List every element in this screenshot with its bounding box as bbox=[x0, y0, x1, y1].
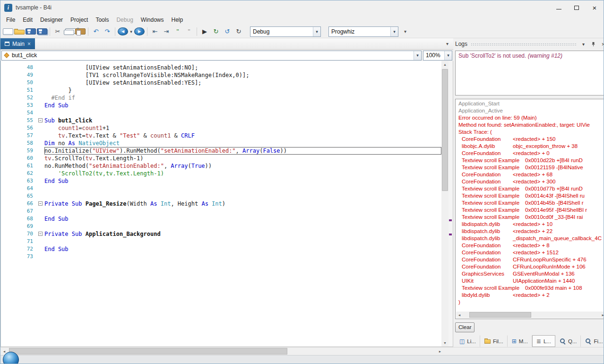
scrollbar-thumb[interactable] bbox=[442, 69, 448, 191]
toolbar-overflow-icon[interactable] bbox=[404, 29, 406, 34]
code-line[interactable]: 52 #End if bbox=[1, 94, 441, 102]
code-line[interactable]: 55−Sub but1_click bbox=[1, 117, 441, 124]
editor-vertical-scrollbar[interactable] bbox=[441, 61, 449, 347]
scroll-down-icon[interactable] bbox=[441, 339, 449, 347]
scrollbar-track[interactable] bbox=[463, 312, 600, 318]
save-all-icon[interactable] bbox=[37, 28, 47, 35]
clear-logs-button[interactable]: Clear bbox=[455, 322, 475, 332]
panel-tab-logs[interactable]: ≣L... bbox=[532, 335, 555, 347]
warnings-box[interactable]: Sub 'ScrollTo2' is not used. (warning #1… bbox=[455, 51, 604, 95]
pin-icon[interactable] bbox=[590, 40, 597, 48]
scrollbar-track[interactable] bbox=[441, 68, 449, 339]
chevron-down-icon[interactable] bbox=[313, 27, 320, 36]
menu-tools[interactable]: Tools bbox=[92, 15, 112, 25]
code-line[interactable]: 63End Sub bbox=[1, 177, 441, 185]
menu-edit[interactable]: Edit bbox=[19, 15, 36, 25]
scroll-up-icon[interactable] bbox=[441, 61, 449, 68]
code-line[interactable]: 54 bbox=[1, 109, 441, 117]
step-into-icon[interactable]: ↺ bbox=[222, 26, 233, 37]
paste-icon[interactable] bbox=[75, 28, 86, 35]
step-over-icon[interactable]: ↻ bbox=[211, 26, 221, 37]
copy-icon[interactable] bbox=[64, 30, 74, 35]
uncomment-icon[interactable]: '' bbox=[184, 26, 194, 37]
member-selector[interactable]: but1_click bbox=[1, 51, 422, 61]
code-editor[interactable]: 48 [UIView setAnimationsEnabled:NO];49 [… bbox=[0, 61, 453, 347]
code-line[interactable]: 61no.RunMethod("setAnimationEnabled:", A… bbox=[1, 162, 441, 170]
log-viewer[interactable]: Application_StartApplication_ActiveError… bbox=[455, 99, 604, 319]
code-line[interactable]: 56 count1=count1+1 bbox=[1, 124, 441, 132]
code-line[interactable]: 50 [UIView setAnimationsEnabled:YES]; bbox=[1, 79, 441, 87]
code-line[interactable]: 51 } bbox=[1, 87, 441, 94]
code-line[interactable]: 67 bbox=[1, 208, 441, 215]
panel-tab-quick-search[interactable]: Q... bbox=[555, 335, 581, 347]
close-button[interactable] bbox=[586, 0, 604, 15]
nav-forward-icon[interactable]: ▶ bbox=[134, 27, 145, 35]
code-line[interactable]: 62 'ScrollTo2(tv,tv.Text.Length-1) bbox=[1, 170, 441, 177]
open-project-icon[interactable] bbox=[14, 30, 25, 35]
panel-close-icon[interactable] bbox=[600, 40, 604, 48]
chevron-down-icon[interactable] bbox=[414, 51, 421, 60]
code-line[interactable]: 73 bbox=[1, 253, 441, 260]
menu-file[interactable]: File bbox=[2, 15, 19, 25]
code-line[interactable]: 68End Sub bbox=[1, 215, 441, 223]
cut-icon[interactable]: ✂ bbox=[52, 26, 63, 37]
menu-windows[interactable]: Windows bbox=[137, 15, 168, 25]
collapse-icon[interactable]: − bbox=[38, 201, 43, 206]
menu-help[interactable]: Help bbox=[168, 15, 187, 25]
tab-close-icon[interactable] bbox=[27, 41, 31, 47]
collapse-icon[interactable]: − bbox=[38, 232, 43, 236]
code-line[interactable]: 66−Private Sub Page1_Resize(Width As Int… bbox=[1, 200, 441, 208]
menu-designer[interactable]: Designer bbox=[36, 15, 67, 25]
scrollbar-thumb[interactable] bbox=[9, 348, 287, 355]
panel-tab-find[interactable]: Fi... bbox=[581, 335, 604, 347]
code-line[interactable]: 70−Private Sub Application_Background bbox=[1, 230, 441, 238]
run-icon[interactable]: ▶ bbox=[199, 26, 210, 37]
comment-icon[interactable]: '' bbox=[173, 26, 183, 37]
tab-list-dropdown-icon[interactable] bbox=[441, 38, 453, 49]
collapse-icon[interactable]: − bbox=[38, 118, 43, 122]
menu-project[interactable]: Project bbox=[67, 15, 92, 25]
editor-horizontal-scrollbar[interactable] bbox=[0, 347, 444, 355]
code-line[interactable]: 71 bbox=[1, 238, 441, 245]
start-button[interactable] bbox=[3, 352, 19, 364]
restart-icon[interactable]: ↻ bbox=[233, 26, 244, 37]
scrollbar-track[interactable] bbox=[8, 347, 436, 355]
redo-icon[interactable]: ↷ bbox=[102, 26, 112, 37]
undo-icon[interactable]: ↶ bbox=[91, 26, 101, 37]
code-line[interactable]: 48 [UIView setAnimationsEnabled:NO]; bbox=[1, 64, 441, 71]
nav-back-icon[interactable]: ◀ bbox=[118, 27, 128, 35]
menu-debug[interactable]: Debug bbox=[112, 15, 137, 25]
code-line[interactable]: 53End Sub bbox=[1, 102, 441, 109]
indent-icon[interactable]: ⇥ bbox=[161, 26, 172, 37]
scroll-right-icon[interactable] bbox=[600, 312, 604, 318]
code-line[interactable]: 59no.Initialize("UIView").RunMethod("set… bbox=[1, 147, 441, 155]
code-area[interactable]: 48 [UIView setAnimationsEnabled:NO];49 [… bbox=[1, 64, 441, 260]
panel-grip[interactable] bbox=[471, 43, 577, 45]
code-line[interactable]: 49 [TV1 scrollRangeToVisible:NSMakeRange… bbox=[1, 71, 441, 79]
outdent-icon[interactable]: ⇤ bbox=[150, 26, 160, 37]
scroll-left-icon[interactable] bbox=[456, 312, 463, 318]
panel-tab-files[interactable]: Fil... bbox=[480, 335, 508, 347]
new-project-icon[interactable] bbox=[3, 28, 13, 35]
scroll-right-icon[interactable] bbox=[436, 347, 444, 355]
code-line[interactable]: 65 bbox=[1, 192, 441, 200]
code-line[interactable]: 57 tv.Text=tv.Text & "Test" & count1 & C… bbox=[1, 132, 441, 139]
zoom-selector[interactable]: 100% bbox=[423, 51, 452, 61]
code-line[interactable]: 58Dim no As NativeObject bbox=[1, 139, 441, 147]
scrollbar-thumb[interactable] bbox=[469, 312, 531, 318]
deploy-target-select[interactable]: Progwhiz bbox=[328, 26, 398, 37]
nav-back-caret-icon[interactable]: ▾ bbox=[129, 26, 133, 37]
panel-tab-libraries[interactable]: ◫Li... bbox=[455, 335, 480, 347]
build-configuration-select[interactable]: Debug bbox=[250, 26, 321, 37]
code-line[interactable]: 69 bbox=[1, 223, 441, 230]
save-icon[interactable] bbox=[26, 28, 36, 35]
panel-tab-modules[interactable]: ⊞M... bbox=[508, 335, 532, 347]
minimize-button[interactable] bbox=[550, 0, 568, 15]
code-line[interactable]: 72End Sub bbox=[1, 245, 441, 253]
log-horizontal-scrollbar[interactable] bbox=[456, 312, 604, 318]
code-line[interactable]: 64 bbox=[1, 185, 441, 192]
maximize-button[interactable] bbox=[568, 0, 586, 15]
chevron-down-icon[interactable] bbox=[444, 51, 452, 60]
chevron-down-icon[interactable] bbox=[390, 27, 398, 36]
panel-menu-icon[interactable] bbox=[580, 40, 587, 48]
